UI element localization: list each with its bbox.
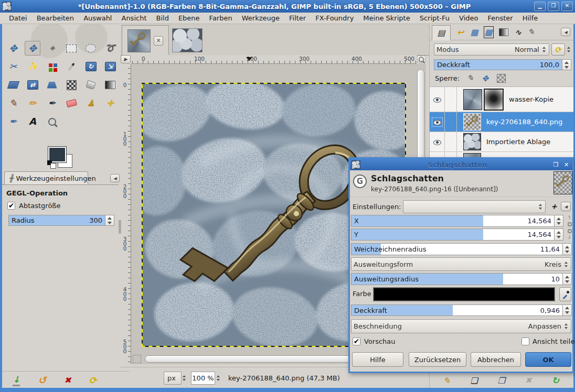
ink-tool-button[interactable]: [44, 96, 60, 111]
lock-pixels-icon[interactable]: [467, 73, 474, 83]
layer-thumbnail[interactable]: [463, 133, 481, 150]
unit-dropdown[interactable]: px: [164, 372, 182, 385]
blur-radius-slider[interactable]: Weichzeichnenradius 11,64: [351, 243, 563, 255]
shear-tool-button[interactable]: [5, 78, 21, 92]
minimize-button[interactable]: ▁: [534, 2, 546, 11]
layer-link-cell[interactable]: [445, 87, 457, 112]
ellipse-select-tool-button[interactable]: [83, 41, 99, 56]
visibility-eye-icon[interactable]: [433, 96, 441, 103]
tab-layers[interactable]: [432, 25, 451, 40]
shadow-color-swatch[interactable]: [373, 287, 555, 301]
lock-alpha-icon[interactable]: [497, 74, 506, 83]
heal-tool-button[interactable]: [102, 96, 118, 111]
scissors-select-tool-button[interactable]: [5, 59, 21, 74]
menu-fenster[interactable]: Fenster: [483, 13, 517, 23]
tab-undo-history[interactable]: [457, 27, 464, 37]
move-tool-button[interactable]: [5, 41, 21, 56]
close-tab-icon[interactable]: ✕: [154, 36, 163, 46]
crop-tool-button[interactable]: [63, 59, 79, 74]
layer-mask-thumbnail[interactable]: [484, 89, 504, 111]
image-tab-active[interactable]: ✕: [122, 25, 169, 56]
reset-button[interactable]: Zurücksetzen: [409, 352, 466, 367]
eraser-tool-button[interactable]: [63, 96, 79, 111]
sample-size-checkbox[interactable]: [7, 202, 15, 210]
bucket-fill-tool-button[interactable]: [83, 78, 99, 92]
layer-thumbnail[interactable]: [463, 113, 481, 130]
grow-radius-spinner[interactable]: [563, 273, 572, 285]
y-spinner[interactable]: [555, 228, 563, 241]
tab-channels-active[interactable]: [485, 27, 493, 37]
menu-fx-foundry[interactable]: FX-Foundry: [311, 13, 358, 23]
menu-script-fu[interactable]: Script-Fu: [415, 13, 454, 23]
tab-channels[interactable]: [470, 27, 478, 37]
menu-ansicht[interactable]: Ansicht: [116, 13, 151, 23]
menu-meine-skripte[interactable]: Meine Skripte: [358, 13, 414, 23]
new-layer-icon[interactable]: [470, 376, 477, 386]
clipping-dropdown[interactable]: Beschneidung Anpassen: [351, 319, 571, 333]
visibility-eye-icon[interactable]: [433, 119, 441, 125]
cage-transform-tool-button[interactable]: [63, 78, 79, 92]
layer-name[interactable]: wasser-Kopie: [509, 95, 553, 103]
dialog-titlebar[interactable]: Schlagschatten ❒ ✕: [350, 159, 572, 170]
vertical-ruler[interactable]: 0 100 200 300 400 500: [121, 64, 131, 364]
dialog-close-button[interactable]: ✕: [562, 161, 571, 169]
lock-position-icon[interactable]: [482, 74, 488, 82]
mode-group-spinner[interactable]: [567, 47, 570, 52]
layer-name[interactable]: key-2706188_640.png: [486, 118, 562, 126]
save-preset-icon[interactable]: [13, 374, 20, 386]
dock-menu-button[interactable]: [561, 28, 570, 36]
dock-collapse-button[interactable]: [110, 174, 120, 182]
dialog-maximize-button[interactable]: ❒: [551, 161, 560, 169]
split-view-checkbox[interactable]: [521, 337, 529, 345]
menu-auswahl[interactable]: Auswahl: [79, 13, 116, 23]
navigation-preview-button[interactable]: [133, 355, 141, 363]
menu-bild[interactable]: Bild: [152, 13, 174, 23]
left-pane-splitter[interactable]: [119, 220, 121, 234]
pencil-tool-button[interactable]: [25, 96, 40, 111]
radius-spinner[interactable]: [105, 215, 114, 226]
cancel-button[interactable]: Abbrechen: [471, 352, 521, 367]
menu-video[interactable]: Video: [454, 13, 483, 23]
rotate-tool-button[interactable]: [83, 59, 99, 74]
y-offset-slider[interactable]: Y 14,564: [351, 228, 555, 241]
rectangle-select-tool-button[interactable]: [63, 41, 79, 56]
flip-tool-button[interactable]: [25, 78, 40, 92]
free-select-tool-button[interactable]: [102, 41, 118, 56]
blur-radius-spinner[interactable]: [563, 243, 572, 255]
zoom-input[interactable]: 100 %: [191, 372, 215, 385]
zoom-tool-button[interactable]: [44, 114, 60, 129]
zoom-follow-window-button[interactable]: [417, 56, 425, 63]
scale-tool-button[interactable]: [102, 59, 118, 74]
menu-hilfe[interactable]: Hilfe: [518, 13, 543, 23]
preview-checkbox[interactable]: [353, 337, 360, 345]
image-tab-inactive[interactable]: [172, 28, 203, 52]
opacity-spinner[interactable]: [562, 59, 571, 70]
tab-brushes[interactable]: [528, 27, 535, 37]
menu-datei[interactable]: Datei: [4, 13, 32, 23]
visibility-eye-icon[interactable]: [433, 139, 441, 145]
menu-ebene[interactable]: Ebene: [174, 13, 205, 23]
tab-gradients[interactable]: [499, 28, 508, 36]
layer-name[interactable]: Importierte Ablage: [486, 138, 550, 146]
shadow-opacity-slider[interactable]: Deckkraft 0,946: [351, 304, 563, 316]
settings-dropdown[interactable]: [403, 200, 546, 213]
menu-bearbeiten[interactable]: Bearbeiten: [32, 13, 79, 23]
paths-tool-button[interactable]: [5, 114, 21, 129]
close-button[interactable]: ✕: [561, 2, 573, 11]
layer-link-cell[interactable]: [445, 112, 457, 132]
move-tool-active-button[interactable]: [25, 41, 40, 56]
alignment-tool-button[interactable]: [44, 41, 60, 56]
x-offset-slider[interactable]: X 14,564: [351, 215, 555, 227]
blend-space-button[interactable]: [551, 43, 565, 56]
layer-row-wasser-kopie[interactable]: wasser-Kopie: [430, 87, 573, 112]
paintbrush-tool-button[interactable]: [5, 96, 21, 111]
perspective-tool-button[interactable]: [44, 78, 60, 92]
help-button[interactable]: Hilfe: [352, 352, 403, 367]
x-spinner[interactable]: [555, 215, 563, 227]
color-picker-button[interactable]: [559, 287, 571, 301]
layer-thumbnail[interactable]: [463, 89, 482, 110]
maximize-button[interactable]: ❒: [548, 2, 559, 11]
xy-chain-icon[interactable]: ┐ ┘: [568, 215, 572, 240]
clone-tool-button[interactable]: [83, 96, 99, 111]
delete-preset-icon[interactable]: [64, 375, 71, 385]
